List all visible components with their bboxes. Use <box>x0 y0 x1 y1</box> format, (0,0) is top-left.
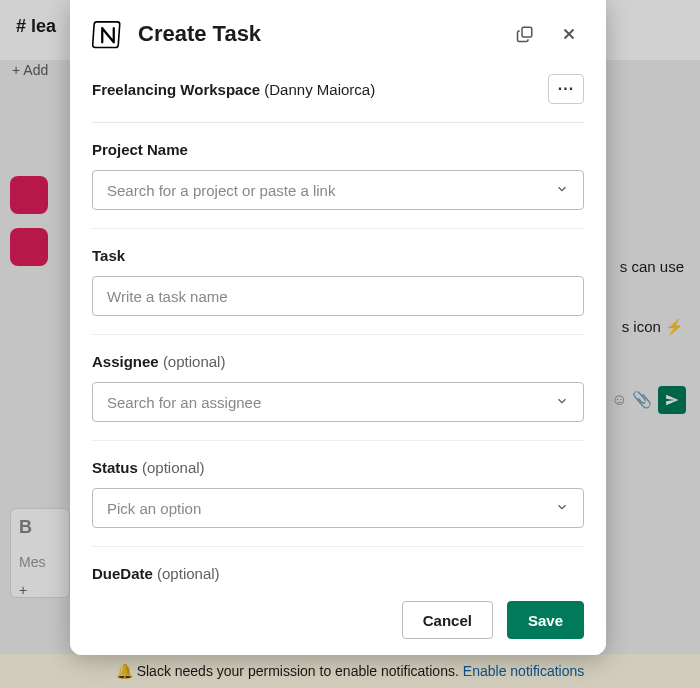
project-name-select[interactable]: Search for a project or paste a link <box>92 170 584 210</box>
status-select[interactable]: Pick an option <box>92 488 584 528</box>
project-name-placeholder: Search for a project or paste a link <box>107 182 335 199</box>
workspace-row: Freelancing Workspace (Danny Maiorca) ··… <box>92 62 584 123</box>
save-button[interactable]: Save <box>507 601 584 639</box>
duedate-section: DueDate (optional) <box>92 547 584 587</box>
modal-header: Create Task <box>70 0 606 62</box>
assignee-placeholder: Search for an assignee <box>107 394 261 411</box>
notion-logo-icon <box>92 18 124 50</box>
open-external-button[interactable] <box>510 19 540 49</box>
assignee-section: Assignee (optional) Search for an assign… <box>92 335 584 441</box>
chevron-down-icon <box>555 500 569 517</box>
workspace-name: Freelancing Workspace (Danny Maiorca) <box>92 81 375 98</box>
close-icon <box>560 25 578 43</box>
chevron-down-icon <box>555 182 569 199</box>
close-button[interactable] <box>554 19 584 49</box>
duedate-label: DueDate (optional) <box>92 565 584 582</box>
workspace-more-button[interactable]: ··· <box>548 74 584 104</box>
open-external-icon <box>516 25 534 43</box>
status-label: Status (optional) <box>92 459 584 476</box>
assignee-select[interactable]: Search for an assignee <box>92 382 584 422</box>
cancel-button[interactable]: Cancel <box>402 601 493 639</box>
assignee-label: Assignee (optional) <box>92 353 584 370</box>
task-input[interactable] <box>92 276 584 316</box>
status-placeholder: Pick an option <box>107 500 201 517</box>
status-section: Status (optional) Pick an option <box>92 441 584 547</box>
svg-rect-1 <box>522 27 532 37</box>
project-name-label: Project Name <box>92 141 584 158</box>
create-task-modal: Create Task Freelancing Workspace (Danny… <box>70 0 606 655</box>
modal-title: Create Task <box>138 21 496 47</box>
chevron-down-icon <box>555 394 569 411</box>
modal-footer: Cancel Save <box>70 587 606 655</box>
task-section: Task <box>92 229 584 335</box>
project-name-section: Project Name Search for a project or pas… <box>92 123 584 229</box>
task-label: Task <box>92 247 584 264</box>
modal-body: Freelancing Workspace (Danny Maiorca) ··… <box>70 62 606 587</box>
